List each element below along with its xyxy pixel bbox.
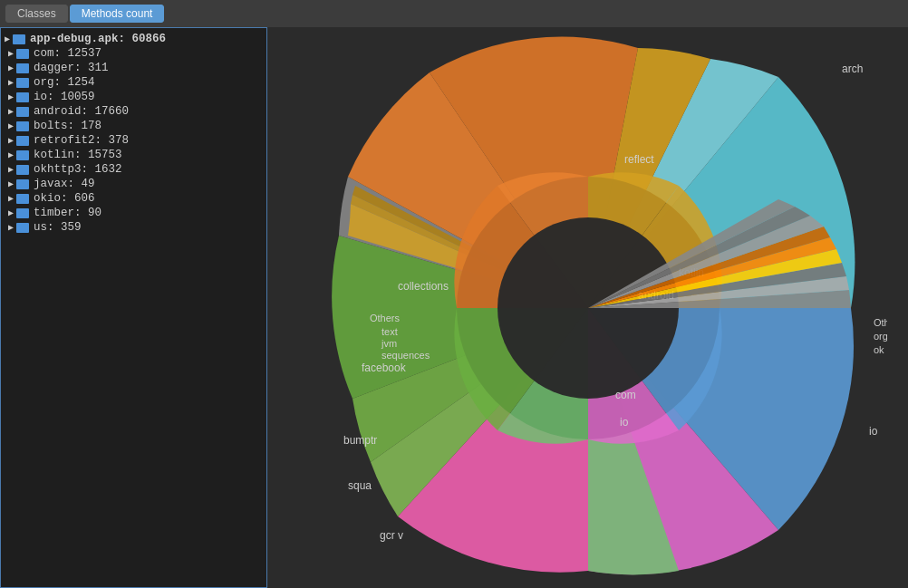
tree-item[interactable]: ▶ timber: 90 <box>1 206 266 220</box>
sidebar-tree: ▶ app-debug.apk: 60866 ▶ com: 12537 ▶ da… <box>0 27 267 588</box>
item-label: io: <box>34 91 54 103</box>
arrow-icon: ▶ <box>8 135 14 146</box>
arrow-icon: ▶ <box>8 193 14 204</box>
label-bumptr: bumptr <box>343 434 377 447</box>
item-count: 311 <box>88 62 109 74</box>
item-label: dagger: <box>34 62 82 74</box>
tree-items: ▶ com: 12537 ▶ dagger: 311 ▶ org: 1254 ▶… <box>1 46 266 235</box>
label-com: com <box>615 389 636 401</box>
tree-item[interactable]: ▶ bolts: 178 <box>1 119 266 133</box>
folder-icon <box>16 121 29 131</box>
arrow-icon: ▶ <box>8 222 14 233</box>
tree-item[interactable]: ▶ com: 12537 <box>1 46 266 61</box>
tab-bar: Classes Methods count <box>0 0 908 27</box>
folder-icon <box>16 49 29 59</box>
label-others-left: Others <box>370 313 401 323</box>
item-label: javax: <box>34 178 74 190</box>
item-count: 1632 <box>95 163 122 176</box>
item-count: 378 <box>109 134 130 147</box>
folder-icon <box>16 223 29 233</box>
tree-item[interactable]: ▶ org: 1254 <box>1 75 266 90</box>
label-reflect: reflect <box>624 153 654 166</box>
folder-icon <box>13 34 25 44</box>
item-label: okio: <box>34 192 68 205</box>
arrow-icon: ▶ <box>8 48 14 59</box>
label-text: text <box>382 326 398 337</box>
item-count: 178 <box>82 120 102 132</box>
item-label: us: <box>34 221 54 234</box>
folder-icon <box>16 208 29 218</box>
item-count: 1254 <box>68 76 95 89</box>
arrow-icon: ▶ <box>5 34 10 44</box>
label-jvm: jvm <box>381 338 397 349</box>
arrow-icon: ▶ <box>8 106 14 117</box>
item-label: org: <box>34 76 61 89</box>
label-squa: squa <box>348 479 372 492</box>
arrow-icon: ▶ <box>8 63 14 73</box>
arrow-icon: ▶ <box>8 178 14 189</box>
item-label: kotlin: <box>34 149 82 161</box>
tree-item[interactable]: ▶ dagger: 311 <box>1 61 266 75</box>
label-collections: collections <box>398 280 449 293</box>
item-count: 10059 <box>61 91 95 103</box>
tree-root[interactable]: ▶ app-debug.apk: 60866 <box>1 32 266 46</box>
tree-item[interactable]: ▶ us: 359 <box>1 220 266 235</box>
chart-area: support arch android io reactivex gcr v … <box>267 27 908 588</box>
chart-container: support arch android io reactivex gcr v … <box>289 27 887 588</box>
label-sequences: sequences <box>382 350 430 361</box>
label-arch: arch <box>842 63 863 75</box>
tree-item[interactable]: ▶ io: 10059 <box>1 90 266 104</box>
item-label: com: <box>34 47 61 60</box>
sunburst-chart: support arch android io reactivex gcr v … <box>289 27 887 588</box>
arrow-icon: ▶ <box>8 149 14 160</box>
tree-item[interactable]: ▶ okio: 606 <box>1 191 266 206</box>
item-label: retrofit2: <box>34 134 101 147</box>
folder-icon <box>16 194 29 204</box>
folder-icon <box>16 92 29 102</box>
tree-item[interactable]: ▶ android: 17660 <box>1 104 266 119</box>
folder-icon <box>16 78 29 88</box>
root-label: app-debug.apk: <box>30 33 125 45</box>
arrow-icon: ▶ <box>8 164 14 175</box>
label-io: io <box>869 425 878 438</box>
item-label: android: <box>34 105 88 118</box>
label-io-inner: io <box>620 416 629 429</box>
tab-methods-count[interactable]: Methods count <box>70 5 165 23</box>
item-label: timber: <box>34 207 82 219</box>
tree-item[interactable]: ▶ okhttp3: 1632 <box>1 162 266 177</box>
item-count: 15753 <box>88 149 122 161</box>
arrow-icon: ▶ <box>8 207 14 218</box>
arrow-icon: ▶ <box>8 92 14 102</box>
folder-icon <box>16 136 29 146</box>
tree-item[interactable]: ▶ retrofit2: 378 <box>1 133 266 148</box>
item-count: 12537 <box>68 47 102 60</box>
label-ok: ok <box>874 344 884 355</box>
folder-icon <box>16 107 29 117</box>
folder-icon <box>16 63 29 73</box>
folder-icon <box>16 150 29 160</box>
tab-classes[interactable]: Classes <box>5 5 68 23</box>
label-org: org <box>874 331 887 342</box>
item-count: 606 <box>74 192 95 205</box>
item-label: okhttp3: <box>34 163 88 176</box>
arrow-icon: ▶ <box>8 77 14 88</box>
label-facebook: facebook <box>362 361 407 374</box>
root-count: 60866 <box>132 33 167 45</box>
folder-icon <box>16 165 29 175</box>
item-count: 17660 <box>95 105 130 118</box>
label-gcr: gcr v <box>380 529 403 542</box>
tree-item[interactable]: ▶ javax: 49 <box>1 177 266 191</box>
item-count: 90 <box>88 207 101 219</box>
label-others-top-r: Others <box>874 317 887 328</box>
item-label: bolts: <box>34 120 74 132</box>
arrow-icon: ▶ <box>8 120 14 131</box>
tree-item[interactable]: ▶ kotlin: 15753 <box>1 148 266 162</box>
item-count: 49 <box>82 178 95 190</box>
item-count: 359 <box>61 221 82 234</box>
main-content: ▶ app-debug.apk: 60866 ▶ com: 12537 ▶ da… <box>0 27 908 588</box>
folder-icon <box>16 179 29 189</box>
